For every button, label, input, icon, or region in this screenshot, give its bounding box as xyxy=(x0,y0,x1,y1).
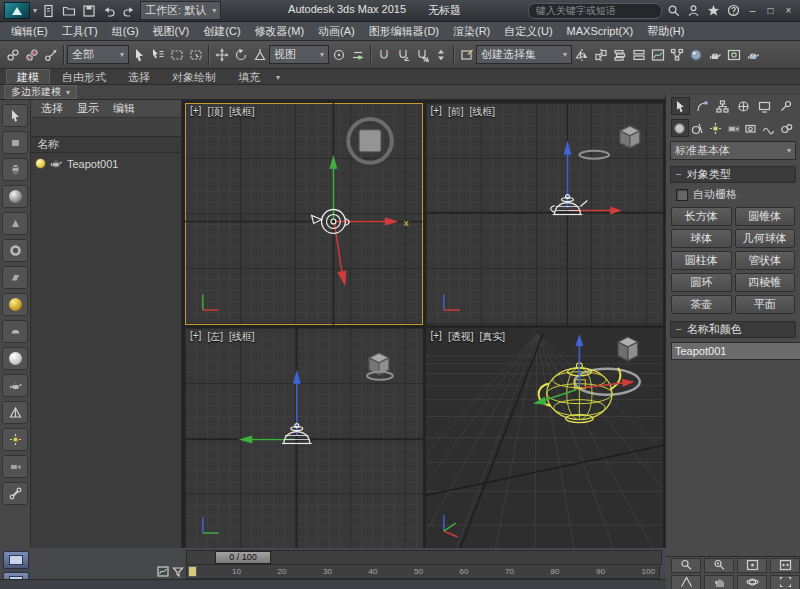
edit-named-selection-icon[interactable] xyxy=(457,45,476,64)
torus-button[interactable]: 圆环 xyxy=(671,273,732,292)
zoom-extents-icon[interactable] xyxy=(737,558,767,573)
menu-maxscript[interactable]: MAXScript(X) xyxy=(560,25,641,37)
search-icon[interactable] xyxy=(665,2,682,19)
sphere-primitive-icon[interactable] xyxy=(2,185,28,208)
unlink-selection-icon[interactable] xyxy=(22,45,41,64)
geosphere-button[interactable]: 几何球体 xyxy=(735,229,796,248)
new-scene-icon[interactable] xyxy=(40,2,57,19)
track-bar[interactable]: 0 10 20 30 40 50 60 70 80 90 100 xyxy=(186,564,660,579)
teapot-primitive-icon[interactable] xyxy=(2,374,28,397)
mirror-icon[interactable] xyxy=(572,45,591,64)
app-logo-icon[interactable] xyxy=(4,2,30,19)
sphere-button[interactable]: 球体 xyxy=(671,229,732,248)
select-and-scale-icon[interactable] xyxy=(250,45,269,64)
redo-icon[interactable] xyxy=(120,2,137,19)
utilities-tab-icon[interactable] xyxy=(776,97,795,115)
zoom-all-icon[interactable] xyxy=(704,558,734,573)
rectangular-selection-region-icon[interactable] xyxy=(167,45,186,64)
scene-menu-edit[interactable]: 编辑 xyxy=(107,101,141,116)
tube-button[interactable]: 管状体 xyxy=(735,251,796,270)
scene-menu-select[interactable]: 选择 xyxy=(35,101,69,116)
sphere-yellow-icon[interactable] xyxy=(2,293,28,316)
ribbon-toggle-icon[interactable] xyxy=(629,45,648,64)
menu-help[interactable]: 帮助(H) xyxy=(640,24,691,39)
menu-tools[interactable]: 工具(T) xyxy=(55,24,105,39)
maximize-viewport-toggle-icon[interactable] xyxy=(770,575,800,589)
scene-menu-display[interactable]: 显示 xyxy=(71,101,105,116)
viewport-menu-label[interactable]: [+] xyxy=(431,330,442,344)
pyramid-button[interactable]: 四棱锥 xyxy=(735,273,796,292)
save-file-icon[interactable] xyxy=(80,2,97,19)
pyramid-primitive-icon[interactable] xyxy=(2,401,28,424)
tab-modeling[interactable]: 建模 xyxy=(6,69,50,84)
menu-views[interactable]: 视图(V) xyxy=(146,24,197,39)
layer-manager-icon[interactable] xyxy=(610,45,629,64)
space-warps-category-icon[interactable] xyxy=(760,119,778,137)
selection-filter-dropdown[interactable]: 全部▾ xyxy=(67,45,129,64)
app-menu-arrow-icon[interactable]: ▾ xyxy=(33,6,37,15)
teapot-button[interactable]: 茶壶 xyxy=(671,295,732,314)
object-name-field[interactable] xyxy=(671,342,800,360)
systems-category-icon[interactable] xyxy=(777,119,795,137)
viewport-left[interactable]: [+] [左] [线框] xyxy=(185,328,423,550)
snap-toggle-3d-icon[interactable] xyxy=(374,45,393,64)
tab-object-paint[interactable]: 对象绘制 xyxy=(162,70,226,84)
geometry-category-icon[interactable] xyxy=(671,119,689,137)
search-input[interactable] xyxy=(528,3,662,19)
angle-snap-icon[interactable] xyxy=(393,45,412,64)
curve-editor-icon[interactable] xyxy=(648,45,667,64)
current-frame-marker[interactable] xyxy=(188,566,197,577)
render-setup-icon[interactable] xyxy=(705,45,724,64)
rendered-frame-window-icon[interactable] xyxy=(724,45,743,64)
window-minimize-button[interactable]: – xyxy=(745,3,760,18)
viewport-menu-label[interactable]: [+] xyxy=(190,330,201,344)
use-pivot-center-icon[interactable] xyxy=(329,45,348,64)
help-icon[interactable] xyxy=(725,2,742,19)
bone-icon[interactable] xyxy=(2,482,28,505)
name-column-header[interactable]: 名称 xyxy=(31,136,181,153)
schematic-view-icon[interactable] xyxy=(667,45,686,64)
viewport-shading-label[interactable]: [线框] xyxy=(229,105,255,119)
menu-create[interactable]: 创建(C) xyxy=(196,24,247,39)
polygon-modeling-panel[interactable]: 多边形建模▾ xyxy=(4,85,77,99)
display-tab-icon[interactable] xyxy=(755,97,774,115)
select-and-manipulate-icon[interactable] xyxy=(348,45,367,64)
shapes-category-icon[interactable] xyxy=(689,119,707,137)
menu-group[interactable]: 组(G) xyxy=(105,24,146,39)
box-primitive-icon[interactable] xyxy=(2,131,28,154)
visibility-bulb-icon[interactable] xyxy=(35,158,46,169)
viewport-menu-label[interactable]: [+] xyxy=(431,105,442,119)
orbit-icon[interactable] xyxy=(737,575,767,589)
modify-tab-icon[interactable] xyxy=(692,97,711,115)
menu-animation[interactable]: 动画(A) xyxy=(311,24,362,39)
viewport-view-label[interactable]: [左] xyxy=(207,330,223,344)
menu-graph-editors[interactable]: 图形编辑器(D) xyxy=(362,24,446,39)
open-file-icon[interactable] xyxy=(60,2,77,19)
viewport-perspective[interactable]: [+] [透视] [真实] xyxy=(426,328,664,550)
select-by-name-icon[interactable] xyxy=(148,45,167,64)
bind-to-space-warp-icon[interactable] xyxy=(41,45,60,64)
workspace-dropdown[interactable]: 工作区: 默认▾ xyxy=(140,1,221,20)
percent-snap-icon[interactable] xyxy=(412,45,431,64)
menu-modifiers[interactable]: 修改器(M) xyxy=(248,24,312,39)
viewport-shading-label[interactable]: [线框] xyxy=(229,330,255,344)
zoom-icon[interactable] xyxy=(671,558,701,573)
spinner-snap-icon[interactable] xyxy=(431,45,450,64)
zoom-extents-all-icon[interactable] xyxy=(770,558,800,573)
select-and-rotate-icon[interactable] xyxy=(231,45,250,64)
cylinder-button[interactable]: 圆柱体 xyxy=(671,251,732,270)
viewport-top[interactable]: [+] [顶] [线框] x xyxy=(185,103,423,325)
named-selection-set-dropdown[interactable]: 创建选择集▾ xyxy=(476,45,572,64)
viewport-front[interactable]: [+] [前] [线框] xyxy=(426,103,664,325)
sign-in-icon[interactable] xyxy=(685,2,702,19)
camera-icon[interactable] xyxy=(2,455,28,478)
object-type-rollout-header[interactable]: 对象类型 xyxy=(670,166,796,183)
tab-populate[interactable]: 填充 xyxy=(228,70,270,84)
viewport-view-label[interactable]: [前] xyxy=(448,105,464,119)
list-item-teapot001[interactable]: Teapot001 xyxy=(31,155,181,172)
hemisphere-icon[interactable] xyxy=(2,320,28,343)
create-tab-icon[interactable] xyxy=(671,97,690,115)
select-object-icon[interactable] xyxy=(129,45,148,64)
pan-hand-icon[interactable] xyxy=(704,575,734,589)
motion-tab-icon[interactable] xyxy=(734,97,753,115)
